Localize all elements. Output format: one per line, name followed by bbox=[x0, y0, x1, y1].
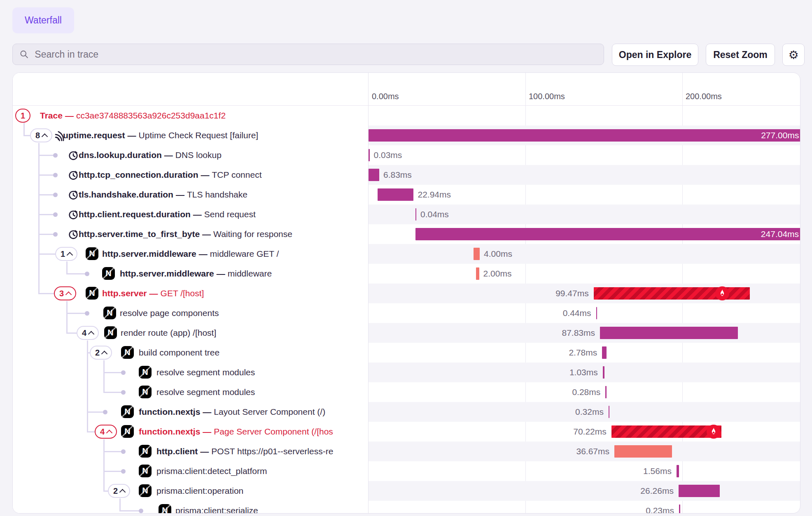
span-tree-row[interactable]: 8 uptime.request—Uptime Check Request [f… bbox=[13, 126, 368, 145]
span-origin-icon: N bbox=[102, 267, 115, 280]
span-tree-row[interactable]: 2 Nbuild component tree bbox=[13, 343, 368, 363]
child-count: 1 bbox=[21, 111, 25, 121]
axis-tick-label: 100.00ms bbox=[529, 92, 565, 101]
span-bar[interactable] bbox=[679, 485, 720, 497]
span-bar[interactable]: 277.00ms bbox=[369, 129, 800, 142]
tab-waterfall[interactable]: Waterfall bbox=[12, 7, 74, 33]
span-duration-label: 0.28ms bbox=[369, 382, 600, 402]
span-bar[interactable] bbox=[378, 188, 413, 201]
span-bar[interactable] bbox=[596, 307, 597, 319]
search-icon bbox=[19, 49, 29, 59]
span-bar[interactable] bbox=[369, 169, 379, 181]
span-title: http.client.request.duration—Send reques… bbox=[79, 205, 368, 224]
span-tree-row[interactable]: 1 Nhttp.server.middleware—middleware GET… bbox=[13, 244, 368, 264]
span-bar[interactable] bbox=[611, 425, 722, 438]
open-in-explore-button[interactable]: Open in Explore bbox=[612, 44, 698, 66]
separator-dash: — bbox=[63, 111, 76, 120]
chevron-up-icon bbox=[67, 252, 73, 258]
nextjs-icon: N bbox=[139, 484, 152, 497]
span-title: http.server—GET /[host] bbox=[102, 284, 368, 303]
span-title: http.server.time_to_first_byte—Waiting f… bbox=[79, 224, 368, 244]
span-bar[interactable]: 247.04ms bbox=[415, 228, 800, 240]
span-duration-label: 1.56ms bbox=[369, 461, 672, 481]
expand-collapse-pill[interactable]: 2 bbox=[108, 484, 130, 498]
span-tree-row[interactable]: http.server.time_to_first_byte—Waiting f… bbox=[13, 224, 368, 244]
span-tree-row[interactable]: 4 Nfunction.nextjs—Page Server Component… bbox=[13, 422, 368, 442]
span-tree-row[interactable]: Nhttp.server.middleware—middleware bbox=[13, 264, 368, 284]
span-tree-row[interactable]: Nprisma:client:detect_platform bbox=[13, 461, 368, 481]
span-tree-row[interactable]: tls.handshake.duration—TLS handshake bbox=[13, 185, 368, 205]
span-description: Waiting for response bbox=[213, 229, 292, 239]
clock-icon bbox=[68, 150, 79, 160]
span-bar[interactable] bbox=[594, 287, 750, 300]
span-origin-icon: N bbox=[121, 425, 134, 438]
span-tree-row[interactable]: Nfunction.nextjs—Layout Server Component… bbox=[13, 402, 368, 422]
waterfall-lane bbox=[369, 106, 800, 126]
span-tree-row[interactable]: Nresolve segment modules bbox=[13, 382, 368, 402]
span-bar[interactable] bbox=[476, 267, 479, 280]
span-bar[interactable] bbox=[600, 327, 738, 339]
span-op-name: function.nextjs bbox=[139, 427, 200, 436]
span-tree-row[interactable]: 1 Trace—cc3ae3748883563a926c253d9aa1c1f2 bbox=[13, 106, 368, 126]
expand-collapse-pill[interactable]: 2 bbox=[90, 346, 112, 360]
span-duration-label: 70.22ms bbox=[369, 422, 607, 442]
span-tree-row[interactable]: 2 Nprisma:client:operation bbox=[13, 481, 368, 501]
span-bar[interactable] bbox=[602, 346, 607, 359]
trace-waterfall-app: Waterfall Open in Explore Reset Zoom ⚙ 0… bbox=[0, 0, 812, 516]
nextjs-icon: N bbox=[121, 425, 134, 438]
span-origin-icon: N bbox=[139, 484, 152, 497]
span-tree-row[interactable]: 3 Nhttp.server—GET /[host] bbox=[13, 284, 368, 303]
span-duration-label: 0.23ms bbox=[369, 501, 674, 513]
span-origin-icon: N bbox=[159, 504, 171, 513]
span-bar[interactable] bbox=[605, 386, 607, 398]
span-description: middleware bbox=[228, 269, 272, 278]
span-tree-row[interactable]: http.client.request.duration—Send reques… bbox=[13, 205, 368, 224]
leaf-node-dot bbox=[103, 410, 107, 414]
span-op-name: dns.lookup.duration bbox=[79, 150, 162, 160]
nextjs-icon: N bbox=[103, 307, 116, 319]
span-tree-row[interactable]: Nhttp.client—POST https://p01--serverles… bbox=[13, 442, 368, 461]
expand-collapse-pill[interactable]: 1 bbox=[15, 109, 30, 123]
expand-collapse-pill[interactable]: 1 bbox=[55, 247, 77, 261]
span-title: prisma:client:operation bbox=[156, 481, 368, 501]
expand-collapse-pill[interactable]: 4 bbox=[77, 326, 99, 340]
span-bar[interactable] bbox=[415, 208, 417, 221]
separator-dash: — bbox=[147, 288, 161, 298]
span-tree-row[interactable]: http.tcp_connection.duration—TCP connect bbox=[13, 165, 368, 185]
reset-zoom-button[interactable]: Reset Zoom bbox=[706, 44, 775, 66]
settings-button[interactable]: ⚙ bbox=[782, 44, 805, 66]
span-bar[interactable] bbox=[614, 445, 672, 458]
span-bar[interactable] bbox=[369, 149, 370, 161]
span-tree-row[interactable]: dns.lookup.duration—DNS lookup bbox=[13, 145, 368, 165]
slow-span-badge[interactable] bbox=[707, 425, 721, 439]
expand-collapse-pill[interactable]: 8 bbox=[30, 128, 52, 142]
slow-span-badge[interactable] bbox=[715, 286, 729, 300]
span-op-name: resolve segment modules bbox=[156, 367, 255, 377]
span-tree-row[interactable]: Nprisma:client:serialize bbox=[13, 501, 368, 513]
span-op-name: Trace bbox=[40, 111, 63, 120]
span-title: uptime.request—Uptime Check Request [fai… bbox=[63, 126, 368, 145]
span-title: render route (app) /[host] bbox=[121, 323, 368, 343]
waterfall-lane: 1.03ms bbox=[369, 363, 800, 382]
span-title: function.nextjs—Layout Server Component … bbox=[139, 402, 368, 422]
span-bar[interactable] bbox=[603, 366, 604, 379]
search-input[interactable] bbox=[34, 49, 597, 60]
span-tree-row[interactable]: Nresolve page components bbox=[13, 303, 368, 323]
waterfall-lane: 36.67ms bbox=[369, 442, 800, 461]
span-tree-row[interactable]: 4 Nrender route (app) /[host] bbox=[13, 323, 368, 343]
expand-collapse-pill[interactable]: 3 bbox=[54, 286, 76, 300]
span-title: build component tree bbox=[139, 343, 368, 363]
waterfall-lane: 0.23ms bbox=[369, 501, 800, 513]
span-bar[interactable] bbox=[677, 465, 679, 477]
span-tree-row[interactable]: Nresolve segment modules bbox=[13, 363, 368, 382]
span-op-name: resolve page components bbox=[120, 308, 219, 318]
expand-collapse-pill[interactable]: 4 bbox=[95, 425, 117, 439]
search-bar[interactable] bbox=[12, 44, 604, 65]
span-bar[interactable] bbox=[679, 504, 680, 513]
span-bar[interactable] bbox=[609, 406, 610, 418]
span-duration-label: 1.03ms bbox=[369, 363, 598, 382]
separator-dash: — bbox=[162, 150, 175, 160]
span-title: prisma:client:serialize bbox=[175, 501, 368, 513]
separator-dash: — bbox=[200, 427, 214, 436]
span-bar[interactable] bbox=[474, 248, 480, 260]
